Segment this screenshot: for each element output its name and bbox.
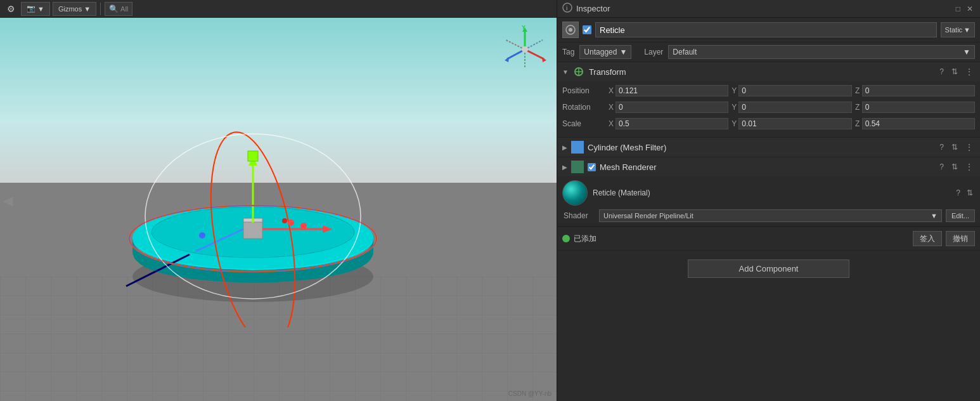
- rotation-y-group: Y: [730, 102, 851, 113]
- shader-row: Shader Universal Render Pipeline/Lit ▼ E…: [562, 209, 975, 222]
- rotation-label: Rotation: [562, 103, 607, 112]
- material-name: Reticle (Material): [593, 188, 949, 197]
- rotation-x-input[interactable]: [616, 102, 728, 113]
- inspector-close-button[interactable]: ✕: [965, 4, 975, 14]
- mesh-renderer-settings-button[interactable]: ⇅: [950, 162, 960, 172]
- mesh-renderer-icon: [571, 161, 584, 173]
- mesh-renderer-active-checkbox[interactable]: [588, 163, 596, 171]
- camera-arrow: ▼: [37, 5, 44, 13]
- position-y-axis: Y: [730, 86, 738, 95]
- material-row: Reticle (Material) ? ⇅: [562, 180, 975, 206]
- inspector-header: i Inspector □ ✕: [557, 0, 980, 18]
- transform-more-button[interactable]: ⋮: [964, 67, 975, 77]
- scale-x-axis: X: [607, 119, 616, 128]
- transform-help-button[interactable]: ?: [938, 67, 946, 77]
- transform-icon: [572, 65, 585, 78]
- layer-value: Default: [673, 48, 697, 56]
- mesh-renderer-collapse-arrow: ▶: [562, 164, 567, 171]
- layer-dropdown[interactable]: Default ▼: [668, 45, 975, 59]
- search-bar[interactable]: 🔍 All: [105, 2, 132, 16]
- gizmos-dropdown[interactable]: Gizmos ▼: [53, 2, 96, 16]
- position-x-input[interactable]: [616, 85, 728, 96]
- rotation-y-axis: Y: [730, 103, 738, 112]
- mesh-renderer-section: ▶ Mesh Renderer ? ⇅ ⋮ Reticle (Ma: [557, 157, 980, 227]
- rotation-row: Rotation X Y Z: [562, 100, 975, 114]
- object-active-checkbox[interactable]: [583, 25, 591, 34]
- transform-header[interactable]: ▼ Transform ? ⇅ ⋮: [557, 62, 980, 81]
- material-settings-button[interactable]: ⇅: [965, 188, 975, 198]
- svg-rect-28: [248, 151, 258, 161]
- tag-label: Tag: [562, 48, 574, 56]
- scene-panel: ⚙ 📷 ▼ Gizmos ▼ 🔍 All ⋮: [0, 0, 557, 401]
- scene-gizmo[interactable]: Y: [500, 24, 550, 75]
- rotation-z-input[interactable]: [862, 102, 975, 113]
- shader-edit-button[interactable]: Edit...: [946, 209, 975, 222]
- position-x-group: X: [607, 85, 728, 96]
- divider: [100, 3, 101, 15]
- position-y-input[interactable]: [738, 85, 851, 96]
- added-text: 已添加: [574, 233, 909, 244]
- mesh-filter-settings-button[interactable]: ⇅: [950, 142, 960, 152]
- mesh-filter-collapse-arrow: ▶: [562, 144, 567, 151]
- layer-arrow: ▼: [963, 48, 970, 56]
- object-name-input[interactable]: [595, 22, 937, 37]
- mesh-renderer-actions: ? ⇅ ⋮: [938, 162, 975, 172]
- scale-z-input[interactable]: [862, 118, 975, 129]
- mesh-renderer-header[interactable]: ▶ Mesh Renderer ? ⇅ ⋮: [557, 157, 980, 176]
- cylinder-mesh-filter-section: ▶ Cylinder (Mesh Filter) ? ⇅ ⋮: [557, 138, 980, 157]
- gizmos-label: Gizmos: [58, 5, 82, 13]
- inspector-minimize-button[interactable]: □: [954, 4, 962, 14]
- material-preview-sphere[interactable]: [562, 180, 588, 206]
- transform-settings-button[interactable]: ⇅: [950, 67, 960, 77]
- scale-fields: X Y Z: [607, 118, 975, 129]
- mesh-filter-more-button[interactable]: ⋮: [964, 142, 975, 152]
- transform-title: Transform: [589, 67, 934, 77]
- transform-actions: ? ⇅ ⋮: [938, 67, 975, 77]
- scale-row: Scale X Y Z: [562, 117, 975, 131]
- add-component-button[interactable]: Add Component: [688, 260, 850, 278]
- shader-label: Shader: [564, 211, 595, 220]
- rotation-y-input[interactable]: [738, 102, 851, 113]
- scale-x-group: X: [607, 118, 728, 129]
- mesh-filter-help-button[interactable]: ?: [938, 142, 946, 152]
- cylinder-mesh-filter-header[interactable]: ▶ Cylinder (Mesh Filter) ? ⇅ ⋮: [557, 138, 980, 157]
- inspector-content: ▼ Transform ? ⇅ ⋮ Posit: [557, 62, 980, 401]
- scale-z-axis: Z: [853, 119, 862, 128]
- add-component-row: Add Component: [557, 251, 980, 287]
- mesh-renderer-more-button[interactable]: ⋮: [964, 162, 975, 172]
- scale-y-input[interactable]: [738, 118, 851, 129]
- object-name-row: Static ▼: [557, 18, 980, 43]
- wrench-button[interactable]: ⚙: [4, 3, 18, 15]
- scale-x-input[interactable]: [616, 118, 728, 129]
- material-actions: ? ⇅: [954, 188, 975, 198]
- cancel-button[interactable]: 撤销: [946, 231, 975, 246]
- checkin-button[interactable]: 签入: [913, 231, 942, 246]
- static-dropdown-button[interactable]: Static ▼: [941, 22, 975, 37]
- scale-label: Scale: [562, 119, 607, 128]
- transform-body: Position X Y Z: [557, 81, 980, 137]
- camera-icon: 📷: [27, 4, 35, 13]
- position-row: Position X Y Z: [562, 84, 975, 98]
- camera-dropdown[interactable]: 📷 ▼: [21, 2, 50, 16]
- rotation-z-axis: Z: [853, 103, 862, 112]
- mesh-renderer-help-button[interactable]: ?: [938, 162, 946, 172]
- rotation-x-axis: X: [607, 103, 616, 112]
- scene-toolbar: ⚙ 📷 ▼ Gizmos ▼ 🔍 All: [0, 0, 557, 18]
- scene-object: [107, 99, 361, 302]
- svg-point-32: [199, 232, 205, 239]
- material-help-button[interactable]: ?: [954, 188, 962, 198]
- tag-layer-row: Tag Untagged ▼ Layer Default ▼: [557, 43, 980, 62]
- object-type-icon: [562, 22, 579, 38]
- tag-dropdown[interactable]: Untagged ▼: [579, 45, 631, 59]
- nav-hint: ◀: [3, 193, 13, 208]
- svg-marker-4: [542, 57, 546, 62]
- transform-collapse-arrow: ▼: [562, 69, 569, 76]
- rotation-x-group: X: [607, 102, 728, 113]
- added-row: 已添加 签入 撤销: [557, 227, 980, 251]
- inspector-title: Inspector: [576, 4, 950, 13]
- inspector-window-controls: □ ✕: [954, 4, 975, 14]
- rotation-fields: X Y Z: [607, 102, 975, 113]
- shader-dropdown[interactable]: Universal Render Pipeline/Lit ▼: [599, 209, 942, 222]
- position-z-input[interactable]: [862, 85, 975, 96]
- svg-point-30: [288, 220, 294, 226]
